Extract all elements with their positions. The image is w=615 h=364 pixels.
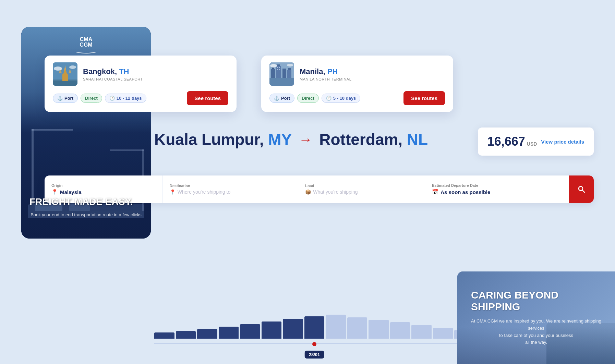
bangkok-city: Bangkok, TH <box>83 67 143 76</box>
chart-bar <box>197 329 217 339</box>
phone-content: FREIGHT MADE EASY. Book your end to end … <box>29 197 143 218</box>
chart-timeline: 28/01 <box>154 341 474 348</box>
svg-rect-15 <box>271 69 275 78</box>
origin-value: 📍 Malaysia <box>51 189 156 195</box>
origin-city: Kuala Lumpur, MY <box>154 130 292 149</box>
chart-bar <box>347 317 367 339</box>
departure-value: 📅 As soon as possible <box>432 189 562 195</box>
origin-label: Origin <box>51 183 156 187</box>
bangkok-direct-tag: Direct <box>81 94 102 103</box>
svg-rect-20 <box>287 70 291 78</box>
freight-subtitle: Book your end to end transportation rout… <box>29 211 143 218</box>
route-arrow-icon: → <box>299 132 312 147</box>
clock-icon-manila: 🕐 <box>326 96 331 101</box>
chart-date-label: 28/01 <box>305 351 324 359</box>
route-card-manila: Manila, PH MANILA NORTH TERMINAL ⚓ Port … <box>261 56 453 112</box>
bangkok-port-tag: ⚓ Port <box>53 94 78 103</box>
svg-text:CMA: CMA <box>80 36 93 42</box>
manila-city: Manila, PH <box>300 67 351 76</box>
manila-port: MANILA NORTH TERMINAL <box>300 77 351 81</box>
freight-headline: FREIGHT MADE EASY. <box>29 197 143 207</box>
manila-port-tag: ⚓ Port <box>269 94 294 103</box>
search-icon <box>577 185 586 193</box>
chart-bar <box>369 320 389 339</box>
manila-direct-tag: Direct <box>297 94 319 103</box>
bangkok-tags: ⚓ Port Direct 🕐 10 - 12 days <box>53 94 146 103</box>
bangkok-days-tag: 🕐 10 - 12 days <box>105 94 146 103</box>
chart-bar <box>390 322 410 339</box>
manila-see-routes-button[interactable]: See routes <box>403 91 445 105</box>
chart-bar <box>176 331 196 339</box>
svg-text:CGM: CGM <box>80 42 92 48</box>
departure-label: Estimated departure date <box>432 183 562 187</box>
price-amount: 16,667 <box>487 134 525 149</box>
svg-rect-22 <box>277 67 278 68</box>
svg-rect-7 <box>62 74 68 81</box>
cma-cgm-logo: CMA CGM <box>72 35 100 53</box>
price-box: 16,667 USD View price details <box>478 128 594 156</box>
caring-title: CARING BEYOND SHIPPING <box>471 289 601 313</box>
view-price-details-link[interactable]: View price details <box>541 139 584 145</box>
clock-icon: 🕐 <box>109 96 115 101</box>
svg-point-26 <box>270 64 277 68</box>
destination-city: Rotterdam, NL <box>319 130 428 149</box>
caring-text: At CMA CGM we are inspired by you. We ar… <box>471 318 601 346</box>
load-label: Load <box>305 184 418 188</box>
svg-point-11 <box>69 65 76 69</box>
chart-bar <box>411 325 432 339</box>
svg-point-27 <box>287 64 293 66</box>
chart-bar <box>240 324 260 339</box>
svg-line-29 <box>582 190 584 192</box>
anchor-icon-manila: ⚓ <box>274 96 279 101</box>
chart-section: 28/01 <box>154 311 474 348</box>
destination-label: Destination <box>170 184 291 188</box>
svg-rect-25 <box>279 69 280 70</box>
bangkok-see-routes-button[interactable]: See routes <box>187 91 228 105</box>
manila-tags: ⚓ Port Direct 🕐 5 - 10 days <box>269 94 360 103</box>
search-button[interactable] <box>569 175 594 203</box>
location-pin-icon: 📍 <box>51 189 58 195</box>
load-placeholder: 📦 What you're shipping <box>305 189 418 195</box>
bangkok-image <box>53 62 77 86</box>
chart-bars <box>154 311 474 339</box>
location-pin-placeholder-icon: 📍 <box>170 189 176 195</box>
chart-bar <box>219 327 239 339</box>
svg-rect-18 <box>277 64 280 66</box>
load-field[interactable]: Load 📦 What you're shipping <box>298 175 425 203</box>
chart-bar <box>154 332 174 339</box>
bangkok-port: SAHATHAI COASTAL SEAPORT <box>83 77 143 81</box>
svg-rect-4 <box>53 81 77 86</box>
departure-field[interactable]: Estimated departure date 📅 As soon as po… <box>425 175 569 203</box>
svg-rect-19 <box>282 69 286 78</box>
chart-bar <box>304 316 325 339</box>
manila-image <box>269 62 294 86</box>
anchor-icon: ⚓ <box>57 96 63 101</box>
chart-bar <box>326 315 346 339</box>
chart-bar <box>433 328 453 339</box>
calendar-icon: 📅 <box>432 189 438 195</box>
timeline-dot <box>312 342 316 346</box>
svg-rect-21 <box>288 68 291 70</box>
svg-rect-13 <box>269 78 294 86</box>
destination-field[interactable]: Destination 📍 Where you're shipping to <box>163 175 298 203</box>
chart-bar <box>262 321 282 339</box>
svg-rect-16 <box>272 68 274 69</box>
container-icon: 📦 <box>305 189 311 195</box>
destination-placeholder: 📍 Where you're shipping to <box>170 189 291 195</box>
svg-rect-23 <box>279 67 280 68</box>
caring-card: CARING BEYOND SHIPPING At CMA CGM we are… <box>457 271 615 364</box>
route-card-bangkok: Bangkok, TH SAHATHAI COASTAL SEAPORT ⚓ P… <box>45 56 237 112</box>
chart-bar <box>283 319 303 339</box>
manila-days-tag: 🕐 5 - 10 days <box>322 94 361 103</box>
svg-rect-24 <box>277 69 278 70</box>
svg-point-10 <box>54 66 62 71</box>
price-currency: USD <box>527 141 537 147</box>
